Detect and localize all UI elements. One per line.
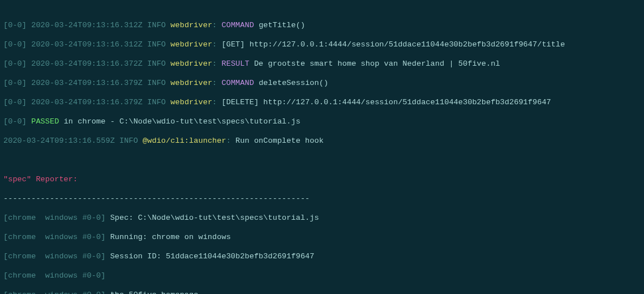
log-line: [0-0] 2020-03-24T09:13:16.372Z INFO webd… (3, 59, 641, 69)
report-line: [chrome windows #0-0] Spec: C:\Node\wdio… (3, 213, 641, 223)
log-line: [0-0] 2020-03-24T09:13:16.379Z INFO webd… (3, 97, 641, 107)
log-line: 2020-03-24T09:13:16.559Z INFO @wdio/cli:… (3, 136, 641, 146)
reporter-header: "spec" Reporter: (3, 174, 641, 184)
report-line: [chrome windows #0-0] Session ID: 51ddac… (3, 252, 641, 261)
log-line: [0-0] 2020-03-24T09:13:16.312Z INFO webd… (3, 40, 641, 49)
report-line: [chrome windows #0-0] Running: chrome on… (3, 232, 641, 242)
log-line: [0-0] PASSED in chrome - C:\Node\wdio-tu… (3, 117, 641, 126)
separator: ----------------------------------------… (3, 194, 641, 203)
log-line: [0-0] 2020-03-24T09:13:16.312Z INFO webd… (3, 20, 641, 30)
report-line: [chrome windows #0-0] the 50five homepag… (3, 290, 641, 294)
terminal-output: { "l1":{"w":"[0-0]","ts":"2020-03-24T09:… (0, 0, 644, 294)
report-line: [chrome windows #0-0] (3, 271, 641, 280)
log-line: [0-0] 2020-03-24T09:13:16.379Z INFO webd… (3, 78, 641, 88)
